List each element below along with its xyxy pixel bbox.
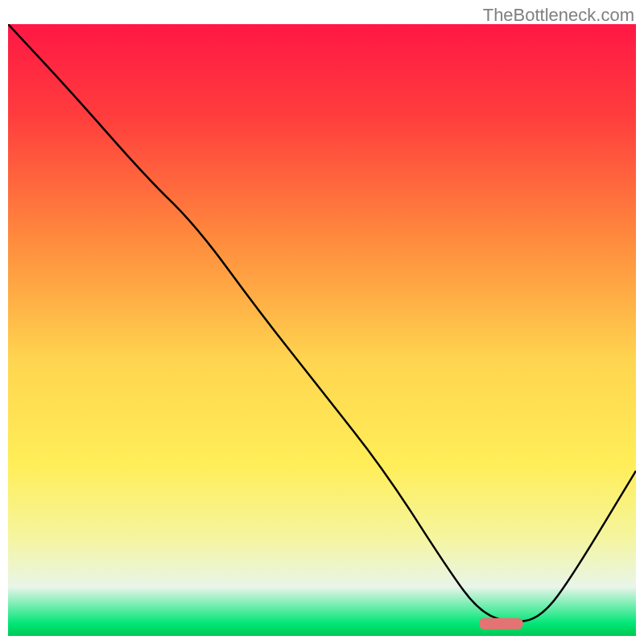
- chart-svg: [8, 24, 636, 636]
- bottleneck-chart: [8, 24, 636, 636]
- chart-background: [8, 24, 636, 636]
- watermark-text: TheBottleneck.com: [483, 5, 634, 26]
- optimal-marker: [479, 618, 523, 630]
